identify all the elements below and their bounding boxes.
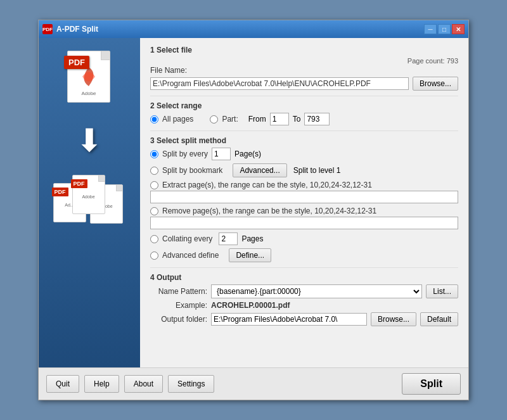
file-name-label: File Name: (150, 66, 187, 75)
app-icon: PDF (42, 24, 53, 34)
pdf-icon-top: Adobe PDF (64, 51, 115, 108)
remove-row: Remove page(s), the range can be the sty… (150, 207, 458, 229)
window-controls: ─ □ ✕ (424, 24, 465, 34)
quit-button[interactable]: Quit (46, 375, 79, 393)
split-bookmark-radio[interactable] (150, 167, 158, 175)
from-label: From (248, 115, 266, 124)
adobe-label-top: Adobe (68, 91, 110, 96)
example-value: ACROHELP.00001.pdf (211, 301, 290, 310)
split-every-radio[interactable] (150, 150, 158, 158)
pdf-badge-top: PDF (64, 56, 89, 69)
title-bar: PDF A-PDF Split ─ □ ✕ (39, 20, 468, 38)
arrow-down-icon: ⬇ (76, 122, 103, 159)
main-window: PDF A-PDF Split ─ □ ✕ Adobe (38, 20, 469, 400)
section4-title: 4 Output (150, 273, 458, 282)
section-select-file: 1 Select file Page count: 793 File Name:… (150, 46, 458, 96)
file-input-row: Browse... (150, 77, 458, 91)
output-folder-input[interactable] (211, 313, 367, 326)
to-input[interactable] (304, 113, 330, 125)
part-label: Part: (222, 115, 238, 124)
collating-input[interactable] (219, 232, 238, 245)
help-button[interactable]: Help (84, 375, 119, 393)
example-label: Example: (150, 301, 207, 310)
collating-label: Collating every (162, 234, 212, 243)
define-button[interactable]: Define... (229, 248, 271, 262)
extract-label: Extract page(s), the range can be the st… (162, 181, 372, 189)
remove-radio[interactable] (150, 207, 158, 215)
all-pages-label: All pages (162, 115, 193, 124)
split-by-bookmark-row: Split by bookmark Advanced... Split to l… (150, 163, 458, 177)
default-button[interactable]: Default (420, 312, 458, 326)
output-folder-row: Output folder: Browse... Default (150, 312, 458, 326)
split-by-every-row: Split by every Page(s) (150, 148, 458, 160)
remove-input[interactable] (150, 217, 458, 229)
collating-pages-label: Pages (241, 234, 263, 243)
section-select-range: 2 Select range All pages Part: From To (150, 101, 458, 131)
split-to-level-label: Split to level 1 (293, 166, 341, 175)
pdf-icons-bottom: PDF Ad... PDF Adobe Adobe (53, 172, 126, 226)
extract-row: Extract page(s), the range can be the st… (150, 181, 458, 203)
browse-file-button[interactable]: Browse... (413, 77, 458, 91)
list-button[interactable]: List... (426, 284, 458, 298)
section-split-method: 3 Select split method Split by every Pag… (150, 136, 458, 268)
section-output: 4 Output Name Pattern: {basename}.{part:… (150, 273, 458, 329)
collating-radio[interactable] (150, 235, 158, 243)
page-count-value: 793 (447, 57, 458, 65)
example-row: Example: ACROHELP.00001.pdf (150, 301, 458, 310)
pdf-doc-bottom-mid: PDF Adobe (72, 175, 105, 214)
name-pattern-label: Name Pattern: (150, 287, 207, 296)
extract-radio[interactable] (150, 181, 158, 189)
split-method-options: Split by every Page(s) Split by bookmark… (150, 148, 458, 262)
name-pattern-select[interactable]: {basename}.{part:00000} (211, 284, 422, 298)
extract-input[interactable] (150, 191, 458, 203)
to-label: To (293, 115, 301, 124)
pdf-badge-mid: PDF (71, 179, 87, 188)
split-every-input[interactable] (212, 148, 231, 160)
section3-title: 3 Select split method (150, 136, 458, 145)
bottom-bar: Quit Help About Settings Split (39, 367, 468, 400)
advanced-define-row: Advanced define Define... (150, 248, 458, 262)
from-input[interactable] (270, 113, 289, 125)
file-name-input[interactable] (150, 77, 409, 90)
remove-label: Remove page(s), the range can be the sty… (162, 207, 376, 215)
split-button[interactable]: Split (402, 373, 461, 395)
output-folder-label: Output folder: (150, 315, 207, 324)
advanced-define-label: Advanced define (162, 251, 219, 260)
collating-row: Collating every Pages (150, 232, 458, 245)
close-button[interactable]: ✕ (452, 24, 465, 34)
about-button[interactable]: About (124, 375, 163, 393)
content-area: Adobe PDF ⬇ PDF Ad... PDF Adobe (39, 38, 468, 367)
split-bookmark-label: Split by bookmark (162, 166, 222, 175)
split-every-label: Split by every (162, 150, 208, 158)
advanced-define-radio[interactable] (150, 251, 158, 260)
pdf-badge-bl: PDF (52, 188, 68, 196)
maximize-button[interactable]: □ (438, 24, 451, 34)
pages-label: Page(s) (234, 150, 261, 158)
part-radio[interactable] (210, 115, 218, 124)
page-count-display: Page count: 793 (150, 57, 458, 65)
advanced-button[interactable]: Advanced... (233, 163, 286, 177)
main-panel: 1 Select file Page count: 793 File Name:… (140, 38, 468, 367)
file-name-row: File Name: (150, 66, 458, 75)
range-row: All pages Part: From To (150, 113, 458, 125)
section2-title: 2 Select range (150, 101, 458, 110)
settings-button[interactable]: Settings (168, 375, 214, 393)
adobe-label-mid: Adobe (73, 194, 105, 199)
minimize-button[interactable]: ─ (424, 24, 437, 34)
all-pages-radio[interactable] (150, 115, 158, 124)
section1-title: 1 Select file (150, 46, 458, 54)
sidebar: Adobe PDF ⬇ PDF Ad... PDF Adobe (39, 38, 140, 367)
window-title: A-PDF Split (56, 25, 424, 34)
browse-output-button[interactable]: Browse... (371, 312, 416, 326)
name-pattern-row: Name Pattern: {basename}.{part:00000} Li… (150, 284, 458, 298)
